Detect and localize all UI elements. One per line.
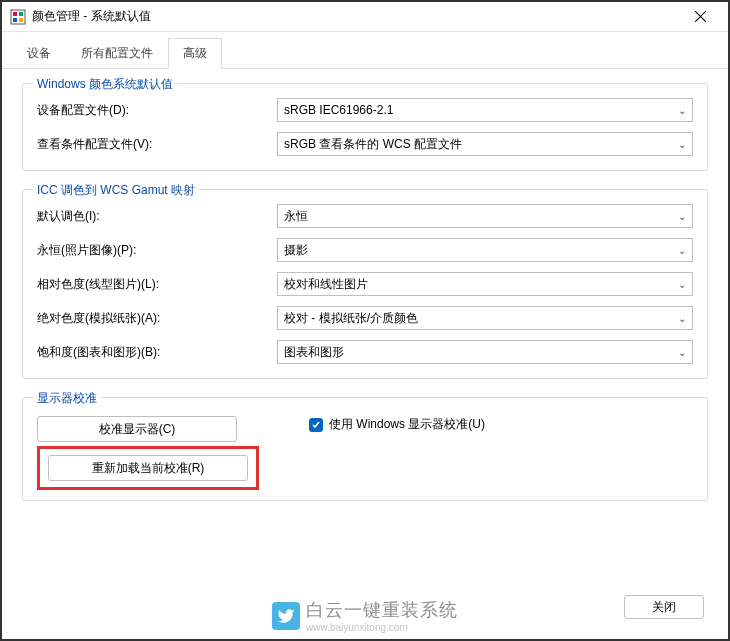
fieldset-windows-defaults: Windows 颜色系统默认值 设备配置文件(D): sRGB IEC61966… [22, 83, 708, 171]
absolute-select[interactable]: 校对 - 模拟纸张/介质颜色 ⌄ [277, 306, 693, 330]
svg-rect-3 [13, 18, 17, 22]
chevron-down-icon: ⌄ [678, 105, 686, 116]
calibrate-display-label: 校准显示器(C) [99, 421, 176, 438]
chevron-down-icon: ⌄ [678, 347, 686, 358]
device-profile-select[interactable]: sRGB IEC61966-2.1 ⌄ [277, 98, 693, 122]
calibrate-display-button[interactable]: 校准显示器(C) [37, 416, 237, 442]
saturation-value: 图表和图形 [284, 344, 344, 361]
viewing-profile-value: sRGB 查看条件的 WCS 配置文件 [284, 136, 462, 153]
tab-devices[interactable]: 设备 [12, 38, 66, 68]
fieldset-calibration: 显示器校准 校准显示器(C) 重新加载当前校准(R) [22, 397, 708, 501]
titlebar: 颜色管理 - 系统默认值 [2, 2, 728, 32]
svg-rect-2 [19, 12, 23, 16]
svg-rect-4 [19, 18, 23, 22]
absolute-value: 校对 - 模拟纸张/介质颜色 [284, 310, 418, 327]
perceptual-label: 永恒(照片图像)(P): [37, 242, 277, 259]
dialog-close-label: 关闭 [652, 599, 676, 616]
tab-all-profiles[interactable]: 所有配置文件 [66, 38, 168, 68]
legend-calibration: 显示器校准 [33, 390, 101, 407]
device-profile-value: sRGB IEC61966-2.1 [284, 103, 393, 117]
tabs: 设备 所有配置文件 高级 [2, 38, 728, 69]
app-icon [10, 9, 26, 25]
use-windows-calibration-checkbox[interactable] [309, 418, 323, 432]
relative-select[interactable]: 校对和线性图片 ⌄ [277, 272, 693, 296]
highlight-annotation: 重新加载当前校准(R) [37, 446, 259, 490]
dialog-close-button[interactable]: 关闭 [624, 595, 704, 619]
footer-buttons: 关闭 [624, 595, 704, 619]
absolute-label: 绝对色度(模拟纸张)(A): [37, 310, 277, 327]
chevron-down-icon: ⌄ [678, 245, 686, 256]
fieldset-icc-wcs: ICC 调色到 WCS Gamut 映射 默认调色(I): 永恒 ⌄ 永恒(照片… [22, 189, 708, 379]
default-intent-label: 默认调色(I): [37, 208, 277, 225]
chevron-down-icon: ⌄ [678, 211, 686, 222]
chevron-down-icon: ⌄ [678, 279, 686, 290]
default-intent-select[interactable]: 永恒 ⌄ [277, 204, 693, 228]
reload-calibration-button[interactable]: 重新加载当前校准(R) [48, 455, 248, 481]
perceptual-select[interactable]: 摄影 ⌄ [277, 238, 693, 262]
check-icon [311, 420, 321, 430]
legend-icc-wcs: ICC 调色到 WCS Gamut 映射 [33, 182, 199, 199]
relative-label: 相对色度(线型图片)(L): [37, 276, 277, 293]
viewing-profile-label: 查看条件配置文件(V): [37, 136, 277, 153]
close-button[interactable] [680, 3, 720, 31]
saturation-label: 饱和度(图表和图形)(B): [37, 344, 277, 361]
saturation-select[interactable]: 图表和图形 ⌄ [277, 340, 693, 364]
perceptual-value: 摄影 [284, 242, 308, 259]
relative-value: 校对和线性图片 [284, 276, 368, 293]
close-icon [695, 11, 706, 22]
viewing-profile-select[interactable]: sRGB 查看条件的 WCS 配置文件 ⌄ [277, 132, 693, 156]
chevron-down-icon: ⌄ [678, 313, 686, 324]
chevron-down-icon: ⌄ [678, 139, 686, 150]
legend-windows-defaults: Windows 颜色系统默认值 [33, 76, 177, 93]
reload-calibration-label: 重新加载当前校准(R) [92, 460, 205, 477]
device-profile-label: 设备配置文件(D): [37, 102, 277, 119]
use-windows-calibration-label: 使用 Windows 显示器校准(U) [329, 416, 485, 433]
watermark-logo-icon [272, 602, 300, 630]
window-title: 颜色管理 - 系统默认值 [32, 8, 151, 25]
watermark-sub: www.baiyunxitong.com [306, 622, 458, 633]
default-intent-value: 永恒 [284, 208, 308, 225]
tab-advanced[interactable]: 高级 [168, 38, 222, 69]
watermark: 白云一键重装系统 www.baiyunxitong.com [272, 598, 458, 633]
watermark-text: 白云一键重装系统 [306, 598, 458, 622]
svg-rect-1 [13, 12, 17, 16]
content-area: Windows 颜色系统默认值 设备配置文件(D): sRGB IEC61966… [2, 69, 728, 533]
